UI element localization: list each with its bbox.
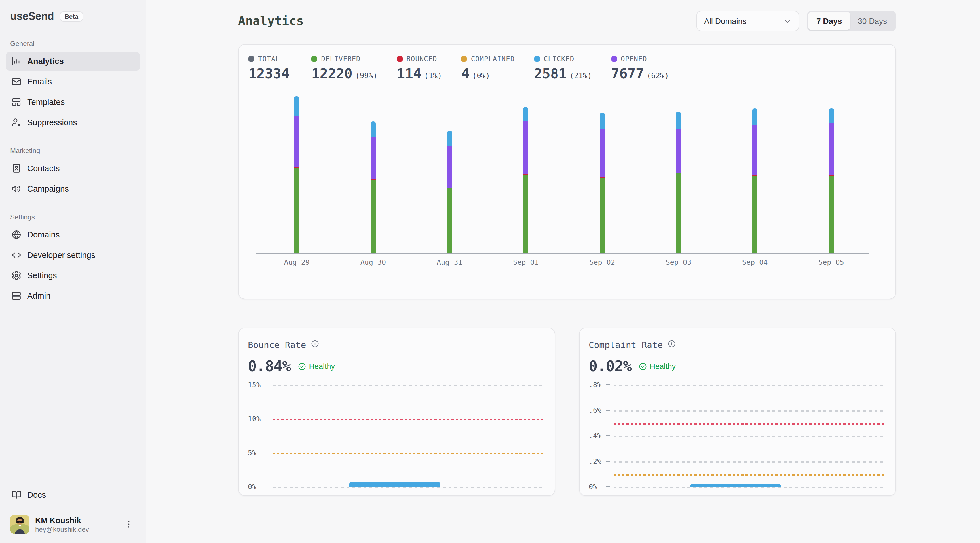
- bar-segment-clicked: [676, 112, 681, 129]
- usesend-app: useSend Beta General Analytics Emails Te…: [0, 0, 980, 543]
- chevron-down-icon: [783, 17, 792, 25]
- sidebar-item-suppressions[interactable]: Suppressions: [6, 113, 140, 132]
- sidebar-item-contacts[interactable]: Contacts: [6, 159, 140, 178]
- rate-bar: [349, 482, 440, 487]
- header-controls: All Domains 7 Days 30 Days: [697, 11, 896, 31]
- analytics-card: TOTAL 12334 DELIVERED 12220(99%) BOUNCED…: [238, 44, 896, 299]
- stat-percent: (99%): [355, 71, 377, 80]
- range-7-days-button[interactable]: 7 Days: [808, 12, 850, 30]
- y-axis-tick: [606, 435, 610, 437]
- gridline: [273, 385, 543, 386]
- sidebar-item-settings[interactable]: Settings: [6, 266, 140, 285]
- stat-percent: (62%): [647, 71, 669, 80]
- complained-legend-dot: [461, 56, 467, 62]
- y-axis-label: 0%: [589, 483, 597, 491]
- bar-segment-clicked: [523, 107, 528, 122]
- sidebar-item-admin[interactable]: Admin: [6, 286, 140, 305]
- sidebar-item-label: Campaigns: [27, 184, 69, 193]
- sidebar-item-emails[interactable]: Emails: [6, 72, 140, 91]
- bounce-rate-chart: 15%10%5%0%: [248, 378, 546, 494]
- y-axis-label: .8%: [589, 380, 601, 389]
- bar-segment-opened: [523, 122, 528, 174]
- stat-bounced: BOUNCED 114(1%): [397, 55, 442, 82]
- book-open-icon: [11, 490, 22, 500]
- date-range-toggle: 7 Days 30 Days: [807, 11, 896, 31]
- bars-area: [259, 94, 869, 253]
- info-icon[interactable]: [310, 340, 319, 350]
- stat-value: 4: [461, 66, 469, 82]
- sidebar-item-domains[interactable]: Domains: [6, 225, 140, 244]
- globe-icon: [11, 230, 22, 240]
- y-axis-label: 10%: [248, 414, 261, 423]
- complaint-rate-chart: .8%.6%.4%.2%0%: [589, 378, 886, 494]
- stacked-bar: [447, 131, 452, 253]
- avatar: [10, 514, 30, 534]
- complaint-rate-value: 0.02%: [589, 358, 632, 375]
- bar-segment-clicked: [371, 121, 376, 137]
- y-axis-label: .2%: [589, 457, 601, 465]
- sidebar-item-developer-settings[interactable]: Developer settings: [6, 245, 140, 265]
- user-x-icon: [11, 117, 22, 127]
- bounced-legend-dot: [397, 56, 402, 62]
- section-label-marketing: Marketing: [10, 147, 140, 155]
- stat-value: 12334: [248, 66, 290, 82]
- threshold-line-warning: [614, 474, 884, 475]
- sidebar-item-label: Emails: [27, 77, 52, 86]
- sidebar-item-label: Suppressions: [27, 118, 77, 127]
- bar-segment-opened: [447, 146, 452, 187]
- stats-legend-row: TOTAL 12334 DELIVERED 12220(99%) BOUNCED…: [248, 55, 869, 82]
- stat-complained: COMPLAINED 4(0%): [461, 55, 515, 82]
- domain-filter-value: All Domains: [704, 16, 746, 25]
- main-content: Analytics All Domains 7 Days 30 Days TOT…: [146, 0, 980, 543]
- bar-segment-opened: [294, 116, 299, 167]
- x-axis-label: Aug 30: [348, 258, 399, 267]
- section-label-settings: Settings: [10, 213, 140, 221]
- bar-segment-clicked: [829, 108, 834, 123]
- circle-check-icon: [639, 362, 647, 370]
- code-icon: [11, 250, 22, 260]
- template-icon: [11, 97, 22, 107]
- bar-segment-delivered: [600, 178, 605, 253]
- rate-cards-row: Bounce Rate 0.84% Healthy 15%10%5%0% Com…: [238, 328, 896, 496]
- stat-delivered: DELIVERED 12220(99%): [312, 55, 378, 82]
- bar-segment-delivered: [676, 173, 681, 253]
- sidebar-item-templates[interactable]: Templates: [6, 92, 140, 112]
- sidebar-item-label: Docs: [27, 490, 46, 499]
- stacked-bar: [294, 96, 299, 253]
- stat-value: 12220: [312, 66, 353, 82]
- bounce-rate-value: 0.84%: [248, 358, 291, 375]
- y-axis-label: 15%: [248, 380, 261, 389]
- circle-check-icon: [298, 362, 306, 370]
- info-icon[interactable]: [667, 340, 676, 350]
- stacked-bar: [600, 113, 605, 253]
- stat-percent: (0%): [473, 71, 490, 80]
- bounce-rate-title: Bounce Rate: [248, 340, 306, 350]
- bar-segment-opened: [752, 125, 757, 175]
- sidebar-item-analytics[interactable]: Analytics: [6, 52, 140, 71]
- sidebar-item-label: Contacts: [27, 164, 60, 173]
- y-axis-tick: [606, 461, 610, 462]
- bar-segment-delivered: [294, 168, 299, 253]
- bounce-rate-card: Bounce Rate 0.84% Healthy 15%10%5%0%: [238, 328, 555, 496]
- bar-segment-delivered: [829, 176, 834, 253]
- user-menu[interactable]: KM Koushik hey@koushik.dev: [6, 510, 140, 536]
- delivered-legend-dot: [312, 56, 317, 62]
- user-email: hey@koushik.dev: [35, 525, 116, 533]
- y-axis-label: 5%: [248, 448, 256, 457]
- opened-legend-dot: [611, 56, 617, 62]
- y-axis-tick: [606, 486, 610, 487]
- range-30-days-button[interactable]: 30 Days: [850, 12, 895, 30]
- domain-filter-select[interactable]: All Domains: [697, 11, 799, 31]
- clicked-legend-dot: [534, 56, 539, 62]
- x-axis-label: Sep 04: [729, 258, 780, 267]
- topbar: Analytics All Domains 7 Days 30 Days: [238, 10, 896, 32]
- sidebar-item-campaigns[interactable]: Campaigns: [6, 179, 140, 198]
- section-label-general: General: [10, 40, 140, 48]
- stacked-bar: [676, 112, 681, 253]
- page-title: Analytics: [238, 14, 304, 28]
- bar-segment-clicked: [294, 96, 299, 116]
- kebab-menu-icon[interactable]: [122, 518, 135, 531]
- stat-percent: (1%): [424, 71, 442, 80]
- sidebar-item-docs[interactable]: Docs: [6, 485, 140, 505]
- sidebar: useSend Beta General Analytics Emails Te…: [0, 0, 146, 543]
